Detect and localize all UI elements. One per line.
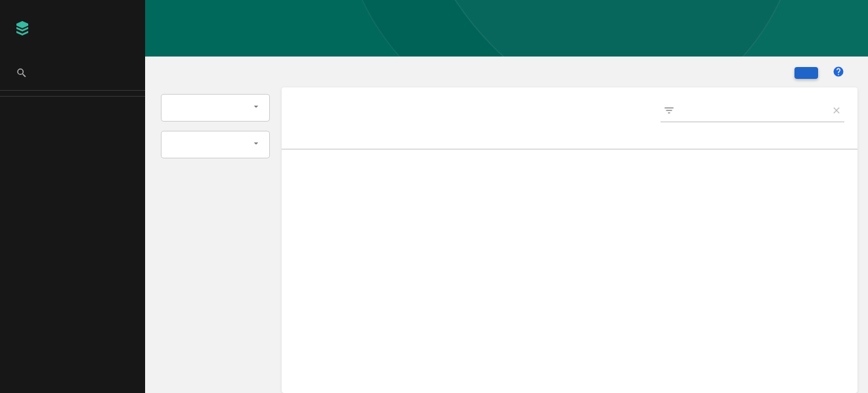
catalog-table-card bbox=[282, 87, 857, 393]
sidebar-search[interactable] bbox=[0, 58, 145, 91]
col-description[interactable] bbox=[569, 133, 713, 149]
col-name[interactable] bbox=[282, 133, 569, 149]
content bbox=[145, 85, 868, 393]
processing-status-select[interactable] bbox=[161, 131, 270, 158]
nav-secondary bbox=[0, 97, 145, 102]
chevron-down-icon bbox=[251, 101, 261, 114]
create-button[interactable] bbox=[794, 67, 818, 79]
clear-filter-icon[interactable] bbox=[831, 105, 842, 118]
filter-input[interactable] bbox=[682, 106, 825, 118]
filter-list-icon[interactable] bbox=[663, 104, 675, 119]
page-banner bbox=[145, 0, 868, 57]
catalog-table bbox=[282, 133, 857, 150]
col-actions bbox=[779, 133, 857, 149]
chevron-down-icon bbox=[251, 138, 261, 151]
col-tags[interactable] bbox=[713, 133, 779, 149]
brand-logo[interactable] bbox=[0, 0, 145, 58]
backstage-logo-icon bbox=[14, 20, 30, 38]
help-icon bbox=[833, 66, 844, 80]
sidebar bbox=[0, 0, 145, 393]
kind-select[interactable] bbox=[161, 94, 270, 122]
nav-primary bbox=[0, 91, 145, 97]
filter-panel bbox=[161, 87, 270, 393]
table-filter bbox=[661, 102, 844, 122]
support-link[interactable] bbox=[833, 66, 850, 80]
topbar bbox=[145, 57, 868, 85]
main bbox=[145, 0, 868, 393]
search-icon bbox=[16, 67, 28, 81]
